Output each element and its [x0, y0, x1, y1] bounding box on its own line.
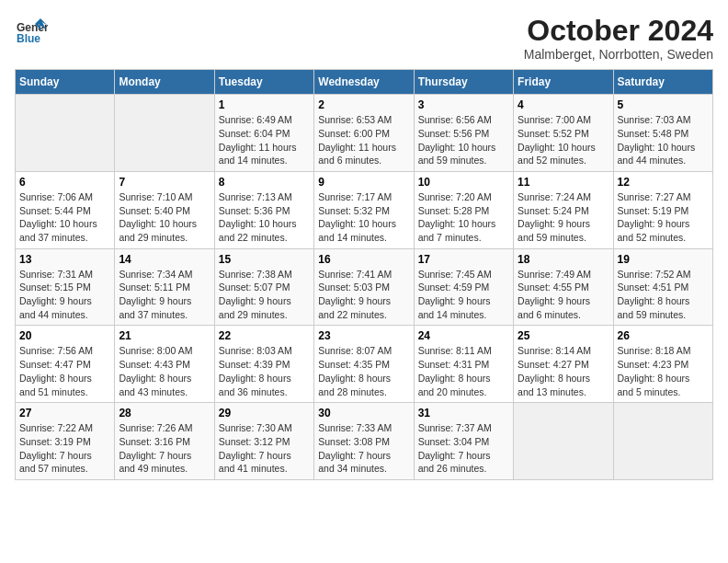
day-number: 20 [19, 329, 110, 342]
calendar-cell [514, 403, 613, 480]
calendar-cell: 15Sunrise: 7:38 AM Sunset: 5:07 PM Dayli… [214, 248, 313, 326]
day-number: 28 [119, 407, 210, 419]
calendar-cell: 7Sunrise: 7:10 AM Sunset: 5:40 PM Daylig… [115, 171, 214, 248]
weekday-header-wednesday: Wednesday [314, 70, 414, 95]
day-detail: Sunrise: 8:07 AM Sunset: 4:35 PM Dayligh… [318, 344, 409, 398]
day-number: 19 [618, 253, 709, 266]
day-detail: Sunrise: 8:18 AM Sunset: 4:23 PM Dayligh… [618, 344, 709, 398]
day-number: 3 [418, 98, 509, 111]
day-number: 23 [318, 329, 409, 342]
subtitle: Malmberget, Norrbotten, Sweden [524, 47, 713, 62]
week-row-1: 1Sunrise: 6:49 AM Sunset: 6:04 PM Daylig… [16, 95, 713, 172]
day-number: 2 [318, 98, 409, 111]
day-detail: Sunrise: 8:03 AM Sunset: 4:39 PM Dayligh… [219, 344, 310, 398]
calendar-cell [16, 95, 115, 172]
week-row-4: 20Sunrise: 7:56 AM Sunset: 4:47 PM Dayli… [16, 326, 713, 403]
day-number: 27 [19, 407, 110, 419]
day-detail: Sunrise: 7:33 AM Sunset: 3:08 PM Dayligh… [318, 421, 409, 476]
calendar-cell: 29Sunrise: 7:30 AM Sunset: 3:12 PM Dayli… [214, 403, 313, 480]
calendar-cell: 10Sunrise: 7:20 AM Sunset: 5:28 PM Dayli… [414, 171, 513, 248]
day-number: 1 [219, 98, 310, 111]
day-number: 24 [418, 329, 509, 342]
svg-text:Blue: Blue [17, 32, 40, 45]
calendar-cell: 12Sunrise: 7:27 AM Sunset: 5:19 PM Dayli… [613, 171, 712, 248]
week-row-3: 13Sunrise: 7:31 AM Sunset: 5:15 PM Dayli… [16, 248, 713, 326]
day-detail: Sunrise: 7:52 AM Sunset: 4:51 PM Dayligh… [618, 268, 709, 322]
calendar-cell [613, 403, 712, 480]
week-row-2: 6Sunrise: 7:06 AM Sunset: 5:44 PM Daylig… [16, 171, 713, 248]
calendar-cell: 11Sunrise: 7:24 AM Sunset: 5:24 PM Dayli… [514, 171, 613, 248]
calendar-cell: 28Sunrise: 7:26 AM Sunset: 3:16 PM Dayli… [115, 403, 214, 480]
header: General Blue October 2024 Malmberget, No… [15, 15, 713, 62]
day-detail: Sunrise: 7:24 AM Sunset: 5:24 PM Dayligh… [518, 190, 609, 245]
day-detail: Sunrise: 7:45 AM Sunset: 4:59 PM Dayligh… [418, 268, 509, 322]
calendar-cell: 26Sunrise: 8:18 AM Sunset: 4:23 PM Dayli… [613, 326, 712, 403]
calendar-cell: 3Sunrise: 6:56 AM Sunset: 5:56 PM Daylig… [414, 95, 513, 172]
calendar-cell: 5Sunrise: 7:03 AM Sunset: 5:48 PM Daylig… [613, 95, 712, 172]
day-number: 5 [618, 98, 709, 111]
calendar-cell: 16Sunrise: 7:41 AM Sunset: 5:03 PM Dayli… [314, 248, 414, 326]
day-number: 31 [418, 407, 509, 419]
day-number: 7 [119, 176, 210, 189]
day-detail: Sunrise: 7:17 AM Sunset: 5:32 PM Dayligh… [318, 190, 409, 245]
calendar-cell: 8Sunrise: 7:13 AM Sunset: 5:36 PM Daylig… [214, 171, 313, 248]
day-detail: Sunrise: 8:11 AM Sunset: 4:31 PM Dayligh… [418, 344, 509, 398]
day-detail: Sunrise: 7:38 AM Sunset: 5:07 PM Dayligh… [219, 268, 310, 322]
day-detail: Sunrise: 7:31 AM Sunset: 5:15 PM Dayligh… [19, 268, 110, 322]
calendar-cell: 20Sunrise: 7:56 AM Sunset: 4:47 PM Dayli… [16, 326, 115, 403]
calendar-cell: 19Sunrise: 7:52 AM Sunset: 4:51 PM Dayli… [613, 248, 712, 326]
day-detail: Sunrise: 7:00 AM Sunset: 5:52 PM Dayligh… [518, 113, 609, 167]
day-detail: Sunrise: 7:06 AM Sunset: 5:44 PM Dayligh… [19, 190, 110, 245]
day-detail: Sunrise: 6:53 AM Sunset: 6:00 PM Dayligh… [318, 113, 409, 167]
day-number: 12 [618, 176, 709, 189]
week-row-5: 27Sunrise: 7:22 AM Sunset: 3:19 PM Dayli… [16, 403, 713, 480]
calendar-cell: 6Sunrise: 7:06 AM Sunset: 5:44 PM Daylig… [16, 171, 115, 248]
day-number: 17 [418, 253, 509, 266]
day-detail: Sunrise: 7:34 AM Sunset: 5:11 PM Dayligh… [119, 268, 210, 322]
calendar-table: SundayMondayTuesdayWednesdayThursdayFrid… [15, 69, 713, 480]
day-number: 21 [119, 329, 210, 342]
weekday-header-thursday: Thursday [414, 70, 513, 95]
calendar-cell: 21Sunrise: 8:00 AM Sunset: 4:43 PM Dayli… [115, 326, 214, 403]
calendar-cell: 18Sunrise: 7:49 AM Sunset: 4:55 PM Dayli… [514, 248, 613, 326]
day-number: 29 [219, 407, 310, 419]
day-detail: Sunrise: 7:37 AM Sunset: 3:04 PM Dayligh… [418, 421, 509, 476]
day-number: 10 [418, 176, 509, 189]
calendar-cell: 2Sunrise: 6:53 AM Sunset: 6:00 PM Daylig… [314, 95, 414, 172]
day-number: 22 [219, 329, 310, 342]
logo: General Blue [15, 15, 48, 48]
day-number: 4 [518, 98, 609, 111]
day-number: 30 [318, 407, 409, 419]
day-number: 25 [518, 329, 609, 342]
day-detail: Sunrise: 7:10 AM Sunset: 5:40 PM Dayligh… [119, 190, 210, 245]
calendar-cell: 17Sunrise: 7:45 AM Sunset: 4:59 PM Dayli… [414, 248, 513, 326]
weekday-header-tuesday: Tuesday [214, 70, 313, 95]
logo-svg: General Blue [15, 15, 48, 48]
day-detail: Sunrise: 7:26 AM Sunset: 3:16 PM Dayligh… [119, 421, 210, 476]
day-number: 15 [219, 253, 310, 266]
calendar-cell: 30Sunrise: 7:33 AM Sunset: 3:08 PM Dayli… [314, 403, 414, 480]
weekday-header-monday: Monday [115, 70, 214, 95]
day-detail: Sunrise: 7:13 AM Sunset: 5:36 PM Dayligh… [219, 190, 310, 245]
day-detail: Sunrise: 8:14 AM Sunset: 4:27 PM Dayligh… [518, 344, 609, 398]
calendar-cell: 4Sunrise: 7:00 AM Sunset: 5:52 PM Daylig… [514, 95, 613, 172]
day-number: 26 [618, 329, 709, 342]
day-detail: Sunrise: 7:30 AM Sunset: 3:12 PM Dayligh… [219, 421, 310, 476]
day-number: 9 [318, 176, 409, 189]
main-title: October 2024 [524, 15, 713, 47]
weekday-header-friday: Friday [514, 70, 613, 95]
day-detail: Sunrise: 7:56 AM Sunset: 4:47 PM Dayligh… [19, 344, 110, 398]
weekday-header-saturday: Saturday [613, 70, 712, 95]
calendar-cell: 1Sunrise: 6:49 AM Sunset: 6:04 PM Daylig… [214, 95, 313, 172]
calendar-cell: 24Sunrise: 8:11 AM Sunset: 4:31 PM Dayli… [414, 326, 513, 403]
calendar-cell: 31Sunrise: 7:37 AM Sunset: 3:04 PM Dayli… [414, 403, 513, 480]
day-detail: Sunrise: 7:27 AM Sunset: 5:19 PM Dayligh… [618, 190, 709, 245]
day-detail: Sunrise: 7:22 AM Sunset: 3:19 PM Dayligh… [19, 421, 110, 476]
calendar-cell: 22Sunrise: 8:03 AM Sunset: 4:39 PM Dayli… [214, 326, 313, 403]
calendar-cell: 13Sunrise: 7:31 AM Sunset: 5:15 PM Dayli… [16, 248, 115, 326]
day-detail: Sunrise: 6:56 AM Sunset: 5:56 PM Dayligh… [418, 113, 509, 167]
weekday-header-sunday: Sunday [16, 70, 115, 95]
weekday-header-row: SundayMondayTuesdayWednesdayThursdayFrid… [16, 70, 713, 95]
day-detail: Sunrise: 8:00 AM Sunset: 4:43 PM Dayligh… [119, 344, 210, 398]
day-detail: Sunrise: 7:20 AM Sunset: 5:28 PM Dayligh… [418, 190, 509, 245]
